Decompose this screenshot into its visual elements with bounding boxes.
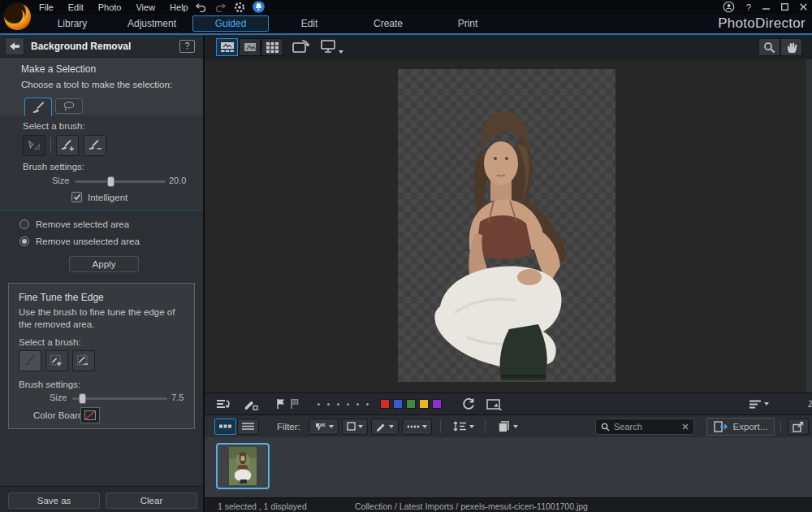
magic-select-brush-button[interactable] — [23, 135, 45, 156]
extend-canvas-icon[interactable] — [486, 398, 502, 410]
slider-thumb[interactable] — [107, 176, 114, 187]
notification-bell-icon[interactable] — [253, 1, 265, 13]
viewer-mode-filmstrip-button[interactable] — [216, 38, 238, 56]
open-new-window-button[interactable] — [788, 419, 809, 435]
redo-icon — [214, 2, 227, 12]
add-selection-brush-button[interactable] — [56, 135, 79, 156]
make-selection-section: Make a Selection Choose a tool to make t… — [0, 58, 203, 96]
pan-hand-button[interactable] — [780, 38, 802, 56]
rotate-canvas-icon[interactable] — [291, 39, 310, 55]
chevron-down-icon — [339, 50, 343, 54]
clear-search-icon[interactable] — [682, 423, 689, 430]
zoom-tool-button[interactable] — [758, 38, 780, 56]
minimize-icon[interactable] — [762, 3, 770, 11]
filter-flags-button[interactable] — [309, 419, 339, 435]
viewer-mode-grid-button[interactable] — [261, 38, 283, 56]
photo-canvas[interactable] — [205, 59, 812, 393]
remove-unselected-radio[interactable] — [19, 236, 29, 246]
section-heading: Make a Selection — [21, 63, 96, 75]
tab-library[interactable]: Library — [53, 16, 93, 31]
viewer-mode-single-button[interactable] — [239, 38, 261, 56]
brush-tool-tab[interactable] — [24, 98, 52, 116]
pencil-tag-icon[interactable] — [244, 398, 258, 410]
chevron-down-icon — [358, 425, 363, 428]
close-icon[interactable] — [800, 3, 807, 11]
stack-photos-button[interactable] — [494, 419, 522, 435]
remove-unselected-label: Remove unselected area — [36, 236, 140, 246]
panel-footer: Save as Clear — [0, 486, 203, 512]
background-removal-panel: Background Removal ? Make a Selection Ch… — [0, 35, 205, 512]
chevron-down-icon — [422, 425, 427, 428]
search-input[interactable] — [614, 422, 678, 432]
fine-tune-size-slider[interactable] — [72, 397, 167, 400]
list-view-button[interactable] — [237, 419, 259, 435]
flag-reject-icon[interactable] — [290, 398, 300, 410]
fine-tune-brush-button[interactable] — [19, 350, 41, 371]
color-label-green[interactable] — [406, 399, 416, 409]
tab-create[interactable]: Create — [369, 16, 408, 31]
adjustment-stack-icon[interactable] — [216, 398, 232, 410]
maximize-icon[interactable] — [781, 3, 788, 11]
divider — [485, 420, 486, 433]
panel-header: Background Removal ? — [0, 35, 203, 58]
brush-size-slider[interactable] — [75, 180, 166, 183]
slider-thumb[interactable] — [79, 393, 86, 404]
subtract-selection-brush-button[interactable] — [84, 135, 106, 156]
fine-tune-subtract-brush-button[interactable] — [72, 350, 95, 371]
zoom-label: Zoom: — [808, 399, 812, 409]
color-board-swatch[interactable] — [80, 407, 100, 423]
fine-tune-description: Use the brush to fine tune the edge of t… — [19, 306, 181, 331]
thumbnail-view-button[interactable] — [214, 419, 236, 435]
menu-edit[interactable]: Edit — [68, 2, 84, 12]
tab-adjustment[interactable]: Adjustment — [123, 16, 181, 31]
color-label-purple[interactable] — [432, 399, 442, 409]
sort-order-button[interactable] — [449, 419, 478, 435]
edited-photo[interactable] — [398, 69, 615, 382]
photodirector-logo — [3, 2, 32, 31]
account-icon[interactable] — [723, 1, 735, 13]
photo-path-breadcrumb: Collection / Latest Imports / pexels-mes… — [355, 501, 588, 511]
lasso-tool-tab[interactable] — [55, 98, 83, 114]
color-label-red[interactable] — [380, 399, 390, 409]
filter-color-label-button[interactable] — [342, 419, 368, 435]
menu-file[interactable]: File — [39, 2, 54, 12]
panel-help-icon[interactable]: ? — [179, 40, 195, 53]
filter-rating-button[interactable] — [402, 419, 432, 435]
export-button[interactable]: Export... — [706, 418, 775, 436]
back-button[interactable] — [5, 37, 24, 55]
tab-print[interactable]: Print — [453, 16, 483, 31]
collapsed-panel-handle[interactable] — [806, 59, 812, 393]
settings-gear-icon[interactable] — [234, 2, 245, 13]
selection-count: 1 selected , 1 displayed — [218, 501, 307, 511]
color-label-blue[interactable] — [393, 399, 403, 409]
flag-pick-icon[interactable] — [276, 398, 286, 410]
photo-thumbnail-selected[interactable] — [216, 443, 270, 489]
color-label-yellow[interactable] — [419, 399, 429, 409]
remove-selected-radio[interactable] — [19, 219, 29, 229]
intelligent-checkbox[interactable] — [71, 192, 82, 202]
fine-tune-add-brush-button[interactable] — [45, 350, 68, 371]
color-board-label: Color Board — [33, 410, 83, 420]
clear-button[interactable]: Clear — [106, 492, 197, 509]
apply-button[interactable]: Apply — [69, 256, 139, 272]
menu-photo[interactable]: Photo — [98, 2, 122, 12]
browser-toolbar: Filter: — [205, 414, 812, 437]
filter-edited-button[interactable] — [371, 419, 399, 435]
tab-edit[interactable]: Edit — [296, 16, 323, 31]
menu-view[interactable]: View — [136, 2, 155, 12]
chevron-down-icon — [389, 425, 394, 428]
tab-guided[interactable]: Guided — [192, 15, 269, 32]
intelligent-label: Intelligent — [88, 193, 127, 202]
search-box[interactable] — [595, 419, 694, 435]
sort-list-icon[interactable] — [749, 400, 769, 409]
rating-dots[interactable] — [317, 403, 369, 406]
selection-tool-tabs — [0, 96, 203, 115]
chevron-down-icon — [329, 425, 334, 428]
rotate-left-icon[interactable] — [462, 397, 475, 410]
save-as-button[interactable]: Save as — [8, 492, 100, 509]
display-view-icon[interactable] — [320, 39, 343, 54]
undo-icon[interactable] — [195, 2, 207, 12]
brush-settings-label: Brush settings: — [23, 162, 84, 171]
help-icon[interactable]: ? — [746, 2, 751, 12]
color-label-swatches[interactable] — [380, 399, 442, 409]
